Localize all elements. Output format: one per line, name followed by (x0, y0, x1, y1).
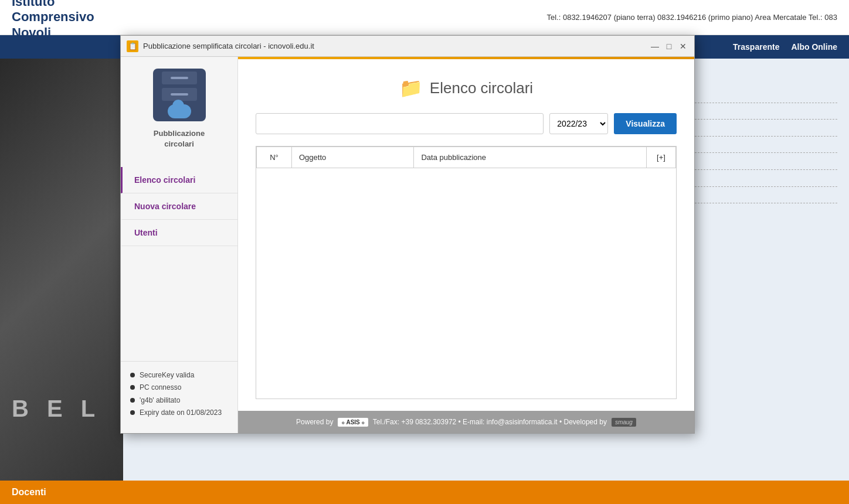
bg-image-area (0, 59, 123, 481)
modal-window: 📋 Pubblicazione semplificata circolari -… (120, 35, 695, 434)
circolari-table: N° Oggetto Data pubblicazione [+] (256, 147, 676, 168)
modal-titlebar: 📋 Pubblicazione semplificata circolari -… (121, 36, 694, 57)
footer-asis-logo: ⬦ ASIS ⬦ (338, 418, 368, 427)
status-dot-3 (130, 410, 135, 415)
modal-content: 📁 Elenco circolari 2022/23 2021/22 2020/… (238, 59, 694, 411)
sidebar-item-nuova[interactable]: Nuova circolare (121, 193, 237, 220)
folder-icon: 📁 (399, 77, 423, 99)
sidebar-logo-area: Pubblicazione circolari (121, 57, 237, 161)
maximize-button[interactable]: □ (664, 41, 674, 52)
logo-drawer-icon (162, 71, 197, 84)
footer-smaug-logo: smaug (612, 418, 636, 427)
sidebar-status: SecureKey valida PC connesso 'g4b' abili… (121, 361, 237, 433)
bg-header: Istituto Comprensivo Novoli Tel.: 0832.1… (0, 0, 849, 35)
close-button[interactable]: ✕ (678, 41, 688, 52)
bg-footer-label[interactable]: Docenti (12, 487, 46, 498)
modal-title: Pubblicazione semplificata circolari - i… (143, 42, 650, 50)
search-row: 2022/23 2021/22 2020/21 2019/20 Visualiz… (256, 113, 677, 134)
modal-sidebar: Pubblicazione circolari Elenco circolari… (121, 57, 238, 433)
modal-body: Pubblicazione circolari Elenco circolari… (121, 57, 694, 433)
sidebar-logo-icon (153, 69, 206, 121)
sidebar-nav: Elenco circolari Nuova circolare Utenti (121, 161, 237, 360)
bg-logo: Istituto Comprensivo Novoli (12, 0, 94, 40)
col-action: [+] (647, 147, 676, 168)
bg-nav-albo[interactable]: Albo Online (791, 42, 837, 52)
page-title: Elenco circolari (430, 79, 533, 97)
sidebar-item-elenco[interactable]: Elenco circolari (121, 167, 237, 193)
bg-contact: Tel.: 0832.1946207 (piano terra) 0832.19… (546, 13, 837, 22)
status-item-3: Expiry date on 01/08/2023 (130, 408, 228, 418)
modal-footer: Powered by ⬦ ASIS ⬦ Tel./Fax: +39 0832.3… (238, 411, 694, 433)
logo-drawer2-icon (162, 88, 197, 101)
table-wrapper: N° Oggetto Data pubblicazione [+] (256, 146, 677, 399)
status-item-1: PC connesso (130, 383, 228, 393)
visualizza-button[interactable]: Visualizza (614, 113, 677, 134)
status-dot-2 (130, 398, 135, 403)
bg-nav-trasparente[interactable]: Trasparente (733, 42, 779, 52)
logo-cloud-icon (168, 104, 191, 118)
modal-titlebar-controls: — □ ✕ (650, 41, 688, 52)
footer-powered-by: Powered by (296, 418, 333, 426)
modal-main: 📁 Elenco circolari 2022/23 2021/22 2020/… (238, 57, 694, 433)
sidebar-app-title: Pubblicazione circolari (154, 128, 205, 149)
search-input[interactable] (256, 113, 544, 134)
col-data: Data pubblicazione (414, 147, 647, 168)
year-select[interactable]: 2022/23 2021/22 2020/21 2019/20 (549, 113, 608, 134)
status-dot-0 (130, 373, 135, 377)
sidebar-item-utenti[interactable]: Utenti (121, 220, 237, 246)
col-numero: N° (257, 147, 292, 168)
minimize-button[interactable]: — (650, 41, 660, 52)
status-item-0: SecureKey valida (130, 371, 228, 380)
content-title: 📁 Elenco circolari (256, 77, 677, 99)
status-item-2: 'g4b' abilitato (130, 396, 228, 406)
footer-contact: Tel./Fax: +39 0832.303972 • E-mail: info… (373, 418, 607, 426)
modal-app-icon: 📋 (127, 40, 138, 52)
bg-footer-bar: Docenti (0, 481, 849, 504)
status-dot-1 (130, 385, 135, 390)
col-oggetto: Oggetto (292, 147, 414, 168)
